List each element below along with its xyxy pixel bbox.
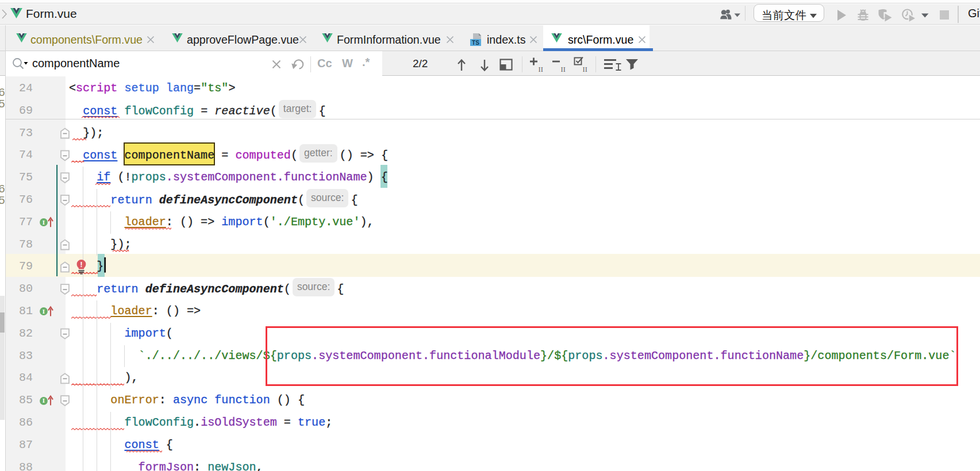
svg-text:II: II: [539, 65, 543, 74]
svg-text:II: II: [561, 65, 566, 74]
svg-text:TS: TS: [472, 40, 479, 46]
svg-text:II: II: [583, 65, 587, 74]
